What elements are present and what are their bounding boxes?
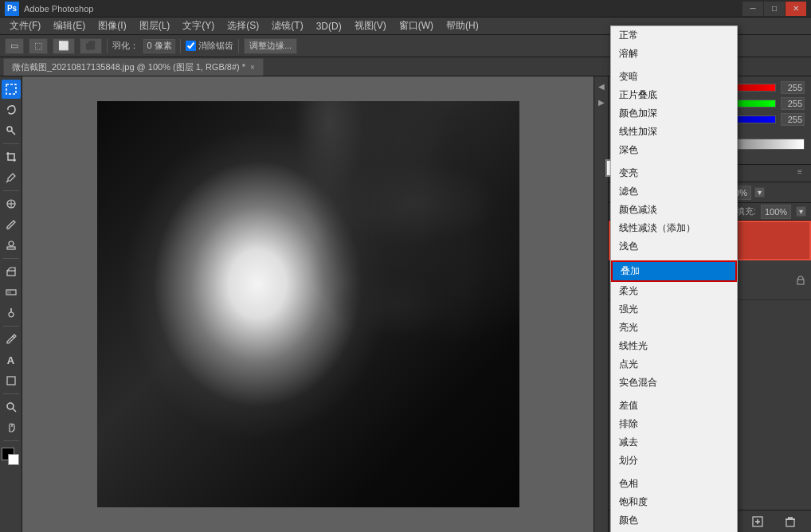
- blend-hue[interactable]: 色相: [611, 475, 737, 493]
- svg-line-16: [13, 409, 16, 412]
- menu-image[interactable]: 图像(I): [92, 18, 132, 34]
- tool-marquee[interactable]: [2, 80, 21, 99]
- blend-overlay[interactable]: 叠加: [611, 260, 737, 282]
- blend-darker-color[interactable]: 深色: [611, 141, 737, 159]
- layer-delete-btn[interactable]: [782, 513, 799, 530]
- tool-lasso[interactable]: [2, 100, 21, 119]
- tool-hand[interactable]: [2, 418, 21, 437]
- opacity-stepper[interactable]: ▾: [754, 187, 765, 198]
- tool-shape[interactable]: [2, 371, 21, 390]
- blend-multiply[interactable]: 正片叠底: [611, 86, 737, 104]
- tool-pen[interactable]: [2, 330, 21, 349]
- blend-divide[interactable]: 划分: [611, 452, 737, 470]
- separator2: [180, 39, 181, 53]
- blend-dissolve[interactable]: 溶解: [611, 45, 737, 63]
- tool-zoom[interactable]: [2, 397, 21, 417]
- blue-value[interactable]: [781, 113, 805, 126]
- blend-linear-light[interactable]: 线性光: [611, 337, 737, 355]
- smooth-checkbox[interactable]: [186, 41, 196, 51]
- menu-help[interactable]: 帮助(H): [440, 18, 485, 34]
- svg-rect-14: [7, 377, 15, 385]
- svg-point-15: [7, 403, 14, 409]
- tool-dodge[interactable]: [2, 303, 21, 323]
- tool-gradient[interactable]: [2, 283, 21, 302]
- svg-rect-35: [786, 519, 794, 526]
- layer-bg-lock-icon: [795, 275, 806, 286]
- adjust-edge-btn[interactable]: 调整边缘...: [244, 38, 297, 54]
- menu-view[interactable]: 视图(V): [348, 18, 393, 34]
- selection-intersect-btn[interactable]: ⬛: [80, 38, 102, 54]
- blend-soft-light[interactable]: 柔光: [611, 282, 737, 300]
- svg-point-1: [7, 127, 12, 131]
- menu-filter[interactable]: 滤镜(T): [265, 18, 309, 34]
- maximize-button[interactable]: □: [764, 2, 785, 16]
- blend-pin-light[interactable]: 点光: [611, 355, 737, 374]
- document-tab[interactable]: 微信截图_20210817135848.jpg @ 100% (图层 1, RG…: [3, 58, 264, 76]
- tool-separator: [3, 143, 19, 144]
- tool-type[interactable]: A: [2, 350, 21, 370]
- tool-separator4: [3, 326, 19, 327]
- tool-crop[interactable]: [2, 147, 21, 166]
- blend-saturation[interactable]: 饱和度: [611, 493, 737, 511]
- tool-brush[interactable]: [2, 215, 21, 234]
- blend-screen[interactable]: 滤色: [611, 182, 737, 201]
- background-swatch[interactable]: [8, 454, 19, 465]
- blend-linear-dodge[interactable]: 线性减淡（添加）: [611, 219, 737, 237]
- tool-quick-select[interactable]: [2, 121, 21, 140]
- expand-btn[interactable]: ▶: [595, 96, 608, 108]
- blend-color-dodge[interactable]: 颜色减淡: [611, 201, 737, 219]
- tool-patch[interactable]: [2, 194, 21, 213]
- selection-subtract-btn[interactable]: ⬜: [53, 38, 75, 54]
- blend-vivid-light[interactable]: 亮光: [611, 319, 737, 337]
- separator3: [238, 39, 239, 53]
- layer-new-btn[interactable]: [749, 513, 766, 530]
- svg-line-3: [6, 181, 8, 182]
- blend-exclusion[interactable]: 排除: [611, 415, 737, 433]
- blend-hard-mix[interactable]: 实色混合: [611, 374, 737, 392]
- blend-lighten[interactable]: 变亮: [611, 164, 737, 182]
- fill-input[interactable]: [761, 205, 791, 219]
- document-canvas[interactable]: [97, 101, 519, 507]
- menu-select[interactable]: 选择(S): [221, 18, 265, 34]
- blend-darken[interactable]: 变暗: [611, 68, 737, 86]
- layers-header-icons: ≡: [793, 166, 806, 182]
- blend-color-burn[interactable]: 颜色加深: [611, 104, 737, 123]
- selection-mode-btn[interactable]: ⬚: [29, 38, 48, 54]
- layers-menu-icon[interactable]: ≡: [793, 166, 806, 178]
- close-button[interactable]: ✕: [786, 2, 806, 16]
- svg-line-2: [11, 131, 15, 135]
- tool-eraser[interactable]: [2, 262, 21, 281]
- blend-normal[interactable]: 正常: [611, 26, 737, 45]
- menu-3d[interactable]: 3D(D): [310, 19, 348, 33]
- minimize-button[interactable]: ─: [742, 2, 763, 16]
- blend-lighter-color[interactable]: 浅色: [611, 237, 737, 256]
- menu-layer[interactable]: 图层(L): [133, 18, 177, 34]
- color-swatches[interactable]: [2, 448, 21, 467]
- menu-file[interactable]: 文件(F): [3, 18, 47, 34]
- blend-hard-light[interactable]: 强光: [611, 300, 737, 319]
- menu-type[interactable]: 文字(Y): [176, 18, 221, 34]
- window-controls: ─ □ ✕: [742, 2, 806, 16]
- blend-linear-burn[interactable]: 线性加深: [611, 123, 737, 141]
- blend-difference[interactable]: 差值: [611, 397, 737, 415]
- title-bar: Ps Adobe Photoshop ─ □ ✕: [0, 0, 811, 18]
- fill-stepper[interactable]: ▾: [796, 206, 806, 217]
- red-value[interactable]: [781, 81, 805, 94]
- svg-rect-0: [6, 84, 16, 94]
- green-value[interactable]: [781, 97, 805, 110]
- feather-input[interactable]: [143, 39, 175, 53]
- tool-separator3: [3, 258, 19, 259]
- tool-stamp[interactable]: [2, 236, 21, 255]
- collapse-btn[interactable]: ◀: [595, 80, 608, 92]
- menu-edit[interactable]: 编辑(E): [47, 18, 92, 34]
- blend-color[interactable]: 颜色: [611, 511, 737, 530]
- svg-rect-9: [7, 271, 15, 276]
- blend-subtract[interactable]: 减去: [611, 433, 737, 452]
- canvas-area: [22, 76, 594, 532]
- tab-close-btn[interactable]: ×: [250, 63, 255, 72]
- smooth-label: 消除锯齿: [198, 40, 233, 52]
- tool-separator2: [3, 190, 19, 191]
- tool-eyedropper[interactable]: [2, 168, 21, 187]
- menu-window[interactable]: 窗口(W): [393, 18, 440, 34]
- selection-rect-btn[interactable]: ▭: [5, 38, 24, 54]
